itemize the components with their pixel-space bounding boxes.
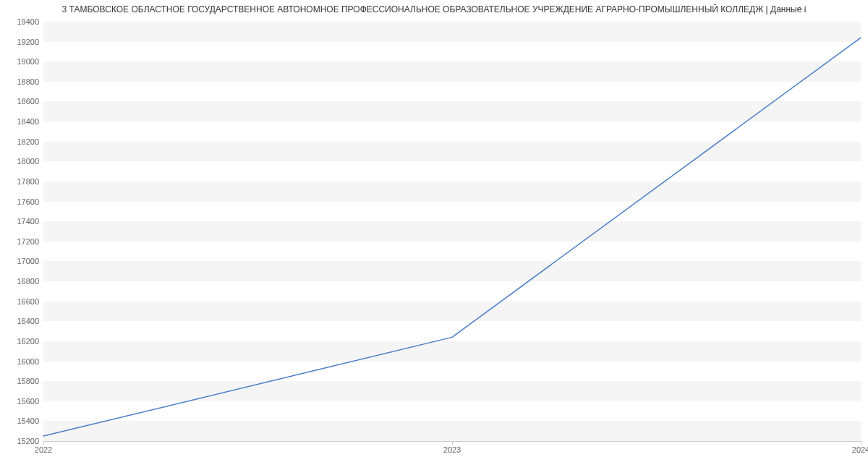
y-tick-label: 17000 (17, 257, 39, 265)
plot-area (43, 22, 861, 441)
y-tick-label: 16600 (17, 297, 39, 306)
y-tick-label: 18600 (17, 97, 39, 106)
y-tick-label: 18800 (17, 77, 39, 86)
y-tick-label: 17200 (17, 237, 39, 246)
y-tick-label: 15600 (17, 397, 39, 406)
y-tick-label: 15800 (17, 377, 39, 385)
x-tick-label: 2023 (443, 445, 461, 454)
x-tick-label: 2024 (852, 445, 868, 454)
y-tick-label: 17600 (17, 197, 39, 206)
y-tick-label: 19000 (17, 57, 39, 66)
y-tick-label: 16200 (17, 337, 39, 346)
y-tick-label: 16400 (17, 317, 39, 325)
y-tick-label: 17800 (17, 177, 39, 186)
chart-line-svg (43, 22, 861, 441)
y-tick-label: 15200 (17, 437, 39, 445)
chart-container: 3 ТАМБОВСКОЕ ОБЛАСТНОЕ ГОСУДАРСТВЕННОЕ А… (0, 0, 868, 470)
y-tick-label: 19200 (17, 38, 39, 46)
y-tick-label: 18400 (17, 117, 39, 126)
y-tick-label: 18000 (17, 157, 39, 166)
x-tick-label: 2022 (35, 445, 52, 454)
y-tick-label: 16800 (17, 277, 39, 286)
chart-title: 3 ТАМБОВСКОЕ ОБЛАСТНОЕ ГОСУДАРСТВЕННОЕ А… (0, 4, 868, 14)
y-tick-label: 15400 (17, 416, 39, 425)
y-tick-label: 19400 (17, 17, 39, 26)
y-tick-label: 16000 (17, 357, 39, 366)
y-tick-label: 18200 (17, 137, 39, 146)
y-tick-label: 17400 (17, 217, 39, 226)
